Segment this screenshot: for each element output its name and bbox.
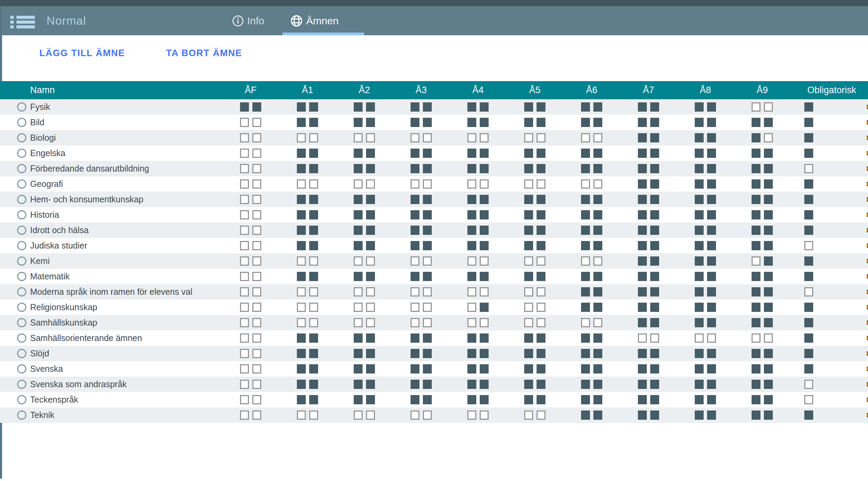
year-checkbox-right[interactable] bbox=[252, 395, 261, 404]
year-checkbox-left[interactable] bbox=[695, 318, 704, 327]
year-checkbox-right[interactable] bbox=[537, 179, 545, 189]
year-checkbox-left[interactable] bbox=[240, 333, 249, 343]
year-checkbox-right[interactable] bbox=[423, 349, 432, 358]
year-checkbox-left[interactable] bbox=[581, 272, 590, 281]
year-checkbox-left[interactable] bbox=[297, 210, 306, 219]
year-checkbox-right[interactable] bbox=[252, 149, 261, 158]
year-checkbox-left[interactable] bbox=[638, 226, 647, 235]
row-select-radio[interactable] bbox=[17, 303, 26, 312]
year-checkbox-right[interactable] bbox=[480, 133, 489, 142]
year-checkbox-left[interactable] bbox=[752, 226, 760, 235]
year-checkbox-left[interactable] bbox=[240, 118, 249, 127]
year-checkbox-right[interactable] bbox=[593, 241, 602, 250]
year-checkbox-right[interactable] bbox=[366, 256, 375, 266]
year-checkbox-right[interactable] bbox=[650, 118, 659, 127]
year-checkbox-right[interactable] bbox=[650, 256, 659, 266]
year-checkbox-right[interactable] bbox=[423, 164, 432, 173]
obligatorisk-checkbox[interactable] bbox=[804, 303, 813, 312]
year-checkbox-left[interactable] bbox=[695, 303, 704, 312]
year-checkbox-left[interactable] bbox=[524, 256, 533, 266]
row-select-radio[interactable] bbox=[17, 349, 26, 358]
year-checkbox-right[interactable] bbox=[707, 256, 716, 266]
year-checkbox-right[interactable] bbox=[593, 410, 602, 420]
year-checkbox-left[interactable] bbox=[467, 287, 476, 296]
year-checkbox-left[interactable] bbox=[581, 410, 590, 420]
year-checkbox-right[interactable] bbox=[593, 303, 602, 312]
year-checkbox-right[interactable] bbox=[537, 410, 545, 420]
year-checkbox-right[interactable] bbox=[593, 333, 602, 343]
year-checkbox-right[interactable] bbox=[764, 118, 773, 127]
year-checkbox-left[interactable] bbox=[240, 380, 249, 389]
year-checkbox-right[interactable] bbox=[593, 395, 602, 404]
year-checkbox-right[interactable] bbox=[537, 303, 545, 312]
year-checkbox-right[interactable] bbox=[366, 179, 375, 189]
year-checkbox-right[interactable] bbox=[650, 241, 659, 250]
row-select-radio[interactable] bbox=[17, 395, 26, 404]
year-checkbox-left[interactable] bbox=[467, 380, 476, 389]
year-checkbox-right[interactable] bbox=[366, 226, 375, 235]
year-checkbox-left[interactable] bbox=[752, 303, 760, 312]
year-checkbox-right[interactable] bbox=[252, 195, 261, 204]
year-checkbox-left[interactable] bbox=[581, 364, 590, 374]
year-checkbox-left[interactable] bbox=[467, 410, 476, 420]
year-checkbox-left[interactable] bbox=[411, 364, 419, 374]
year-checkbox-right[interactable] bbox=[707, 349, 716, 358]
year-checkbox-right[interactable] bbox=[423, 102, 432, 112]
year-checkbox-left[interactable] bbox=[524, 287, 533, 296]
row-select-radio[interactable] bbox=[17, 333, 26, 343]
year-checkbox-right[interactable] bbox=[707, 333, 716, 343]
year-checkbox-left[interactable] bbox=[354, 241, 363, 250]
year-checkbox-left[interactable] bbox=[354, 395, 363, 404]
year-checkbox-right[interactable] bbox=[764, 272, 773, 281]
row-select-radio[interactable] bbox=[17, 133, 26, 142]
year-checkbox-right[interactable] bbox=[423, 333, 432, 343]
year-checkbox-left[interactable] bbox=[240, 179, 249, 189]
year-checkbox-right[interactable] bbox=[252, 226, 261, 235]
year-checkbox-right[interactable] bbox=[423, 364, 432, 374]
year-checkbox-right[interactable] bbox=[366, 333, 375, 343]
year-checkbox-right[interactable] bbox=[707, 380, 716, 389]
year-checkbox-left[interactable] bbox=[752, 272, 760, 281]
year-checkbox-right[interactable] bbox=[423, 395, 432, 404]
year-checkbox-left[interactable] bbox=[524, 226, 533, 235]
year-checkbox-right[interactable] bbox=[309, 210, 318, 219]
year-checkbox-right[interactable] bbox=[707, 195, 716, 204]
year-checkbox-left[interactable] bbox=[297, 256, 306, 266]
year-checkbox-right[interactable] bbox=[480, 364, 489, 374]
year-checkbox-right[interactable] bbox=[252, 118, 261, 127]
year-checkbox-right[interactable] bbox=[650, 210, 659, 219]
year-checkbox-left[interactable] bbox=[354, 303, 363, 312]
year-checkbox-right[interactable] bbox=[593, 226, 602, 235]
year-checkbox-left[interactable] bbox=[524, 395, 533, 404]
obligatorisk-checkbox[interactable] bbox=[804, 318, 813, 327]
obligatorisk-checkbox[interactable] bbox=[804, 395, 813, 404]
year-checkbox-right[interactable] bbox=[707, 364, 716, 374]
year-checkbox-left[interactable] bbox=[581, 241, 590, 250]
obligatorisk-checkbox[interactable] bbox=[804, 210, 813, 219]
year-checkbox-right[interactable] bbox=[309, 102, 318, 112]
year-checkbox-right[interactable] bbox=[764, 380, 773, 389]
year-checkbox-left[interactable] bbox=[354, 272, 363, 281]
year-checkbox-right[interactable] bbox=[252, 287, 261, 296]
year-checkbox-left[interactable] bbox=[638, 195, 647, 204]
year-checkbox-left[interactable] bbox=[467, 133, 476, 142]
year-checkbox-left[interactable] bbox=[752, 210, 760, 219]
year-checkbox-right[interactable] bbox=[252, 349, 261, 358]
year-checkbox-right[interactable] bbox=[764, 164, 773, 173]
year-checkbox-right[interactable] bbox=[252, 410, 261, 420]
year-checkbox-right[interactable] bbox=[650, 349, 659, 358]
year-checkbox-left[interactable] bbox=[354, 179, 363, 189]
year-checkbox-left[interactable] bbox=[411, 287, 419, 296]
obligatorisk-checkbox[interactable] bbox=[804, 380, 813, 389]
year-checkbox-left[interactable] bbox=[354, 256, 363, 266]
year-checkbox-right[interactable] bbox=[707, 133, 716, 142]
year-checkbox-right[interactable] bbox=[480, 179, 489, 189]
year-checkbox-left[interactable] bbox=[467, 210, 476, 219]
year-checkbox-right[interactable] bbox=[480, 395, 489, 404]
year-checkbox-right[interactable] bbox=[764, 102, 773, 112]
row-select-radio[interactable] bbox=[17, 118, 26, 127]
year-checkbox-right[interactable] bbox=[480, 333, 489, 343]
year-checkbox-right[interactable] bbox=[252, 241, 261, 250]
year-checkbox-left[interactable] bbox=[467, 164, 476, 173]
year-checkbox-right[interactable] bbox=[650, 226, 659, 235]
